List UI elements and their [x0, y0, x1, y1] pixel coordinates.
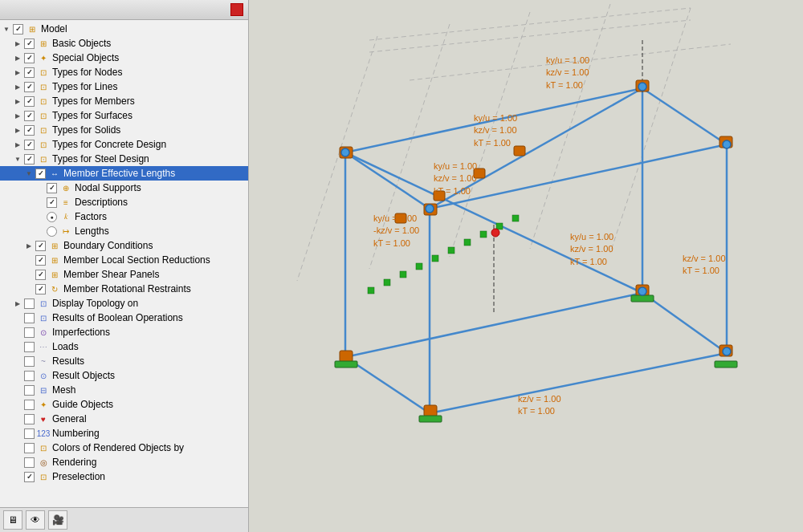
checkbox-types-concrete[interactable] [24, 140, 35, 150]
checkbox-imperfections[interactable] [24, 327, 35, 338]
checkbox-loads[interactable] [24, 342, 35, 352]
checkbox-general[interactable] [24, 414, 35, 424]
tree-item-types-nodes[interactable]: ⊡Types for Nodes [0, 65, 248, 79]
checkbox-member-shear[interactable] [35, 270, 46, 280]
tree-item-special-objects[interactable]: ✦Special Objects [0, 51, 248, 65]
tree-item-factors[interactable]: 𝑘Factors [0, 209, 248, 224]
tree-item-general[interactable]: ♥General [0, 412, 248, 426]
checkbox-result-objects[interactable] [24, 371, 35, 381]
navigator-panel: ⊞Model⊞Basic Objects✦Special Objects⊡Typ… [0, 0, 249, 532]
checkbox-preselection[interactable] [24, 472, 35, 482]
expand-arrow-basic-objects[interactable] [13, 39, 22, 48]
display-button[interactable]: 🖥 [3, 510, 22, 530]
checkbox-colors-rendered[interactable] [24, 443, 35, 453]
tree-item-numbering[interactable]: 123Numbering [0, 426, 248, 441]
checkbox-nodal-supports[interactable] [47, 183, 57, 193]
icon-types: ⊡ [37, 80, 50, 93]
tree-item-bool-ops[interactable]: ⊡Results of Boolean Operations [0, 311, 248, 325]
checkbox-descriptions[interactable] [47, 197, 57, 208]
expand-arrow-types-nodes[interactable] [13, 67, 22, 77]
tree-item-basic-objects[interactable]: ⊞Basic Objects [0, 36, 248, 51]
tree-item-preselection[interactable]: ⊡Preselection [0, 469, 248, 484]
checkbox-member-local[interactable] [35, 255, 46, 266]
checkbox-mesh[interactable] [24, 385, 35, 396]
checkbox-basic-objects[interactable] [24, 39, 35, 49]
tree-item-types-solids[interactable]: ⊡Types for Solids [0, 123, 248, 137]
checkbox-boundary-cond[interactable] [35, 241, 46, 251]
label-descriptions: Descriptions [75, 197, 128, 208]
tree-item-display-topology[interactable]: ⊡Display Topology on [0, 296, 248, 311]
label-factors: Factors [75, 211, 107, 222]
tree-item-types-surfaces[interactable]: ⊡Types for Surfaces [0, 108, 248, 123]
tree-item-types-concrete[interactable]: ⊡Types for Concrete Design [0, 137, 248, 152]
close-button[interactable] [230, 3, 243, 16]
icon-types: ⊡ [37, 109, 50, 122]
expand-arrow-types-solids[interactable] [13, 125, 22, 135]
checkbox-guide-objects[interactable] [24, 400, 35, 410]
checkbox-types-nodes[interactable] [24, 67, 35, 78]
checkbox-member-eff-lengths[interactable] [35, 169, 46, 179]
label-nodal-supports: Nodal Supports [75, 182, 141, 193]
annotation-5: ky/u = 1.00kz/v = 1.00kT = 1.00 [570, 231, 613, 268]
checkbox-model[interactable] [13, 24, 23, 35]
expand-arrow-types-steel[interactable] [13, 154, 22, 164]
checkbox-factors[interactable] [47, 212, 57, 222]
tree-item-colors-rendered[interactable]: ⊡Colors of Rendered Objects by [0, 441, 248, 455]
tree-item-member-eff-lengths[interactable]: ↔Member Effective Lengths [0, 166, 248, 181]
view-button[interactable]: 👁 [26, 510, 45, 530]
svg-point-57 [491, 229, 499, 237]
tree-item-result-objects[interactable]: ⊙Result Objects [0, 368, 248, 383]
svg-rect-39 [419, 416, 442, 422]
expand-arrow-types-lines[interactable] [13, 82, 22, 91]
checkbox-numbering[interactable] [24, 428, 35, 439]
expand-arrow-types-members[interactable] [13, 96, 22, 106]
tree-item-member-rot[interactable]: ↻Member Rotational Restraints [0, 282, 248, 296]
tree-item-imperfections[interactable]: ⊙Imperfections [0, 325, 248, 339]
camera-button[interactable]: 🎥 [48, 510, 67, 530]
tree-item-nodal-supports[interactable]: ⊕Nodal Supports [0, 181, 248, 195]
checkbox-types-steel[interactable] [24, 154, 35, 164]
checkbox-types-lines[interactable] [24, 82, 35, 92]
expand-arrow-model[interactable] [2, 24, 11, 34]
tree-item-rendering[interactable]: ◎Rendering [0, 455, 248, 469]
tree-item-member-local[interactable]: ⊞Member Local Section Reductions [0, 253, 248, 267]
expand-arrow-member-eff-lengths[interactable] [24, 169, 34, 178]
viewport[interactable]: ky/u = 1.00kz/v = 1.00kT = 1.00 ky/u = 1… [249, 0, 803, 532]
label-lengths: Lengths [75, 225, 109, 237]
checkbox-member-rot[interactable] [35, 284, 46, 294]
tree-item-guide-objects[interactable]: ✦Guide Objects [0, 397, 248, 412]
icon-types: ⊡ [37, 152, 50, 165]
label-bool-ops: Results of Boolean Operations [52, 312, 183, 323]
expand-arrow-types-concrete[interactable] [13, 140, 22, 149]
expand-arrow-display-topology[interactable] [13, 298, 22, 308]
checkbox-types-members[interactable] [24, 96, 35, 107]
checkbox-results[interactable] [24, 356, 35, 367]
expand-arrow-special-objects[interactable] [13, 53, 22, 63]
label-imperfections: Imperfections [52, 327, 110, 338]
tree-item-descriptions[interactable]: ≡Descriptions [0, 195, 248, 209]
tree-item-types-members[interactable]: ⊡Types for Members [0, 94, 248, 108]
checkbox-display-topology[interactable] [24, 298, 35, 309]
tree-item-types-steel[interactable]: ⊡Types for Steel Design [0, 152, 248, 166]
expand-arrow-types-surfaces[interactable] [13, 111, 22, 120]
checkbox-types-solids[interactable] [24, 125, 35, 136]
tree-item-mesh[interactable]: ⊟Mesh [0, 383, 248, 397]
tree-item-lengths[interactable]: ↦Lengths [0, 224, 248, 238]
icon-member-local: ⊞ [48, 254, 61, 266]
tree-item-results[interactable]: ~Results [0, 354, 248, 368]
icon-basic: ⊞ [37, 37, 50, 50]
checkbox-bool-ops[interactable] [24, 313, 35, 323]
checkbox-special-objects[interactable] [24, 53, 35, 63]
tree-item-member-shear[interactable]: ⊞Member Shear Panels [0, 267, 248, 282]
checkbox-rendering[interactable] [24, 457, 35, 468]
checkbox-lengths[interactable] [47, 226, 57, 237]
tree-item-types-lines[interactable]: ⊡Types for Lines [0, 79, 248, 94]
icon-nodal: ⊕ [59, 181, 72, 194]
checkbox-types-surfaces[interactable] [24, 111, 35, 121]
expand-arrow-boundary-cond[interactable] [24, 241, 34, 250]
label-member-eff-lengths: Member Effective Lengths [63, 168, 175, 179]
tree-item-model[interactable]: ⊞Model [0, 22, 248, 36]
tree-item-boundary-cond[interactable]: ⊞Boundary Conditions [0, 238, 248, 253]
label-types-lines: Types for Lines [52, 81, 117, 92]
tree-item-loads[interactable]: ⋯Loads [0, 339, 248, 354]
